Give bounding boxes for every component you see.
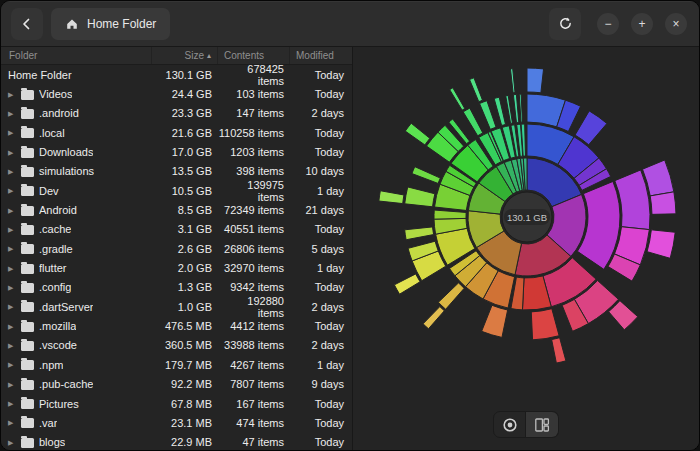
table-row[interactable]: ▶.mozilla476.5 MB4412 itemsToday: [1, 316, 352, 335]
expander-icon[interactable]: ▶: [8, 129, 16, 136]
column-header-folder[interactable]: Folder: [1, 47, 152, 64]
folder-name: .npm: [39, 359, 63, 371]
folder-cell: ▶.config: [1, 281, 152, 293]
rings-view-button[interactable]: [493, 411, 526, 438]
folder-icon: [21, 109, 34, 119]
expander-icon[interactable]: ▶: [8, 303, 16, 310]
chart-arc[interactable]: [394, 274, 420, 294]
folder-modified: 10 days: [290, 165, 352, 177]
chart-arc[interactable]: [405, 227, 434, 240]
table-row[interactable]: ▶Downloads17.0 GB1203 itemsToday: [1, 142, 352, 161]
chart-arc[interactable]: [513, 94, 518, 122]
expander-icon[interactable]: ▶: [8, 400, 16, 407]
rescan-button[interactable]: [549, 8, 581, 40]
folder-cell: ▶.npm: [1, 359, 152, 371]
chart-arc[interactable]: [650, 192, 676, 215]
sunburst-chart[interactable]: 130.1 GB: [353, 47, 700, 451]
folder-modified: 2 days: [290, 107, 352, 119]
column-header-contents[interactable]: Contents: [218, 47, 290, 64]
folder-icon: [21, 148, 34, 158]
expander-icon[interactable]: ▶: [8, 361, 16, 368]
folder-size: 130.1 GB: [152, 69, 218, 81]
chart-arc[interactable]: [470, 78, 483, 102]
chart-arc[interactable]: [423, 307, 444, 329]
expander-icon[interactable]: ▶: [8, 187, 16, 194]
folder-cell: ▶.vscode: [1, 339, 152, 351]
chart-arc[interactable]: [494, 97, 505, 125]
expander-icon[interactable]: ▶: [8, 381, 16, 388]
table-row[interactable]: ▶Videos24.4 GB103 itemsToday: [1, 84, 352, 103]
expander-icon[interactable]: ▶: [8, 342, 16, 349]
expander-icon[interactable]: ▶: [8, 419, 16, 426]
expander-icon[interactable]: ▶: [8, 226, 16, 233]
chart-arc[interactable]: [552, 338, 566, 363]
treemap-view-button[interactable]: [526, 411, 559, 438]
chart-arc[interactable]: [506, 95, 513, 123]
table-row[interactable]: ▶Android8.5 GB72349 items21 days: [1, 200, 352, 219]
expander-icon[interactable]: ▶: [8, 207, 16, 214]
table-row[interactable]: ▶.npm179.7 MB4267 items1 day: [1, 355, 352, 374]
table-row[interactable]: ▶.local21.6 GB110258 itemsToday: [1, 123, 352, 142]
expander-icon[interactable]: ▶: [8, 323, 16, 330]
table-row[interactable]: ▶.pub-cache92.2 MB7807 items9 days: [1, 375, 352, 394]
chart-arc[interactable]: [480, 101, 496, 130]
folder-icon: [21, 360, 34, 370]
chart-arc[interactable]: [405, 123, 430, 145]
table-row[interactable]: ▶.var23.1 MB474 itemsToday: [1, 413, 352, 432]
table-row[interactable]: ▶.dartServer1.0 GB192880 items2 days: [1, 297, 352, 316]
chart-arc[interactable]: [647, 230, 675, 259]
folder-name: Videos: [39, 88, 72, 100]
chart-arc[interactable]: [438, 283, 464, 309]
table-row[interactable]: ▶.gradle2.6 GB26806 items5 days: [1, 239, 352, 258]
table-row[interactable]: ▶blogs22.9 MB47 itemsToday: [1, 433, 352, 450]
chart-arc[interactable]: [575, 111, 607, 145]
table-row[interactable]: ▶simulations13.5 GB398 items10 days: [1, 162, 352, 181]
chart-arc[interactable]: [379, 191, 404, 204]
folder-contents: 103 items: [218, 88, 290, 100]
folder-modified: 1 day: [290, 262, 352, 274]
folder-cell: ▶Videos: [1, 88, 152, 100]
table-row[interactable]: ▶flutter2.0 GB32970 items1 day: [1, 258, 352, 277]
folder-size: 24.4 GB: [152, 88, 218, 100]
folder-name: Android: [39, 204, 77, 216]
chart-arc[interactable]: [510, 69, 515, 93]
chart-arc[interactable]: [450, 88, 465, 110]
folder-icon: [21, 90, 34, 100]
chart-arc[interactable]: [463, 108, 483, 136]
table-row[interactable]: ▶.config1.3 GB9342 itemsToday: [1, 278, 352, 297]
expander-icon[interactable]: ▶: [8, 265, 16, 272]
expander-icon[interactable]: ▶: [8, 149, 16, 156]
location-button[interactable]: Home Folder: [51, 8, 170, 40]
maximize-button[interactable]: +: [631, 13, 653, 35]
table-row[interactable]: ▶Dev10.5 GB139975 items1 day: [1, 181, 352, 200]
chart-arc[interactable]: [434, 210, 466, 219]
chart-arc[interactable]: [527, 68, 544, 93]
chart-arc[interactable]: [412, 167, 440, 184]
expander-icon[interactable]: ▶: [8, 245, 16, 252]
expander-icon[interactable]: ▶: [8, 110, 16, 117]
column-header-modified[interactable]: Modified: [290, 47, 352, 64]
folder-size: 1.3 GB: [152, 281, 218, 293]
table-row[interactable]: ▶.android23.3 GB147 items2 days: [1, 104, 352, 123]
chart-arc[interactable]: [482, 305, 508, 337]
folder-cell: Home Folder: [1, 69, 152, 81]
chart-arc[interactable]: [531, 309, 559, 340]
column-header-size[interactable]: Size▴: [152, 47, 218, 64]
table-row[interactable]: Home Folder130.1 GB678425 itemsToday: [1, 65, 352, 84]
table-row[interactable]: ▶.cache3.1 GB40551 itemsToday: [1, 220, 352, 239]
folder-icon: [21, 264, 34, 274]
back-button[interactable]: [11, 8, 43, 40]
minimize-button[interactable]: −: [597, 13, 619, 35]
close-button[interactable]: ×: [665, 13, 687, 35]
rings-chart-icon: [502, 417, 518, 433]
expander-icon[interactable]: ▶: [8, 168, 16, 175]
table-row[interactable]: ▶Pictures67.8 MB167 itemsToday: [1, 394, 352, 413]
folder-cell: ▶.mozilla: [1, 320, 152, 332]
chart-arc[interactable]: [405, 187, 435, 207]
folder-modified: 9 days: [290, 378, 352, 390]
expander-icon[interactable]: ▶: [8, 91, 16, 98]
expander-icon[interactable]: ▶: [8, 439, 16, 446]
table-row[interactable]: ▶.vscode360.5 MB33988 items2 days: [1, 336, 352, 355]
chart-arc[interactable]: [519, 94, 522, 122]
expander-icon[interactable]: ▶: [8, 284, 16, 291]
